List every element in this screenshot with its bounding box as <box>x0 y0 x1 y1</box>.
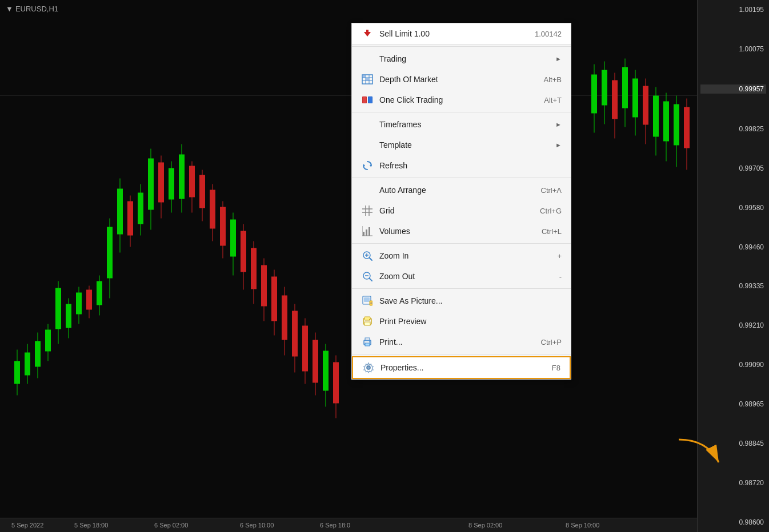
svg-rect-67 <box>591 75 597 114</box>
svg-rect-57 <box>292 311 298 357</box>
separator-4 <box>352 243 571 244</box>
price-0.98845: 0.98845 <box>700 440 766 448</box>
price-0.99335: 0.99335 <box>700 282 766 290</box>
svg-line-111 <box>370 258 373 261</box>
svg-rect-61 <box>313 340 318 383</box>
menu-item-zoom-in[interactable]: Zoom In + <box>352 245 571 266</box>
one-click-trading-shortcut: Alt+T <box>544 96 562 104</box>
refresh-label: Refresh <box>379 161 562 170</box>
svg-marker-99 <box>370 164 371 167</box>
depth-of-market-shortcut: Alt+B <box>544 75 562 84</box>
zoom-out-label: Zoom Out <box>379 272 548 281</box>
svg-rect-75 <box>632 79 638 118</box>
time-label-4: 6 Sep 10:00 <box>240 522 274 529</box>
price-0.99957: 0.99957 <box>700 84 766 94</box>
svg-line-115 <box>370 279 373 281</box>
menu-item-print-preview[interactable]: Print Preview <box>352 311 571 332</box>
svg-rect-31 <box>158 163 164 203</box>
separator-3 <box>352 178 571 178</box>
zoom-in-label: Zoom In <box>379 251 546 260</box>
svg-rect-7 <box>35 341 41 367</box>
price-0.99090: 0.99090 <box>700 361 766 369</box>
time-label-5: 6 Sep 18:0 <box>320 522 350 529</box>
svg-point-129 <box>369 341 370 342</box>
menu-item-zoom-out[interactable]: Zoom Out - <box>352 266 571 287</box>
svg-rect-93 <box>363 75 365 78</box>
svg-rect-118 <box>364 297 370 302</box>
grid-icon <box>361 204 374 217</box>
menu-item-volumes[interactable]: Volumes Ctrl+L <box>352 221 571 241</box>
time-axis: 5 Sep 2022 5 Sep 18:00 6 Sep 02:00 6 Sep… <box>0 518 697 532</box>
menu-item-properties[interactable]: Properties... F8 <box>352 356 571 379</box>
printer-icon <box>361 336 374 348</box>
price-0.99210: 0.99210 <box>700 321 766 329</box>
svg-rect-33 <box>169 168 174 200</box>
print-label: Print... <box>379 337 530 346</box>
menu-item-refresh[interactable]: Refresh <box>352 155 571 176</box>
print-preview-icon <box>361 315 374 328</box>
svg-rect-106 <box>366 229 367 236</box>
svg-rect-25 <box>127 201 133 236</box>
time-label-7: 8 Sep 10:00 <box>566 522 599 529</box>
auto-arrange-shortcut: Ctrl+A <box>541 186 562 195</box>
svg-rect-5 <box>25 353 30 376</box>
auto-arrange-icon <box>361 184 374 196</box>
svg-rect-65 <box>333 362 339 404</box>
chart-title-text: EURUSD,H1 <box>15 5 58 13</box>
gear-settings-icon <box>362 361 375 374</box>
svg-rect-43 <box>220 207 226 246</box>
svg-rect-41 <box>210 190 215 229</box>
menu-item-grid[interactable]: Grid Ctrl+G <box>352 200 571 221</box>
svg-rect-63 <box>323 351 329 391</box>
svg-rect-23 <box>117 189 123 235</box>
menu-item-save-as-picture[interactable]: Save As Picture... <box>352 291 571 311</box>
svg-rect-39 <box>199 175 205 208</box>
volumes-icon <box>361 225 374 237</box>
svg-rect-29 <box>148 159 154 210</box>
sell-arrow-icon <box>361 27 374 40</box>
time-label-3: 6 Sep 02:00 <box>154 522 188 529</box>
svg-rect-77 <box>643 86 648 125</box>
chart-svg <box>0 0 697 532</box>
menu-item-timeframes[interactable]: Timeframes ► <box>352 114 571 135</box>
price-1.00195: 1.00195 <box>700 6 766 14</box>
trading-icon <box>361 53 374 65</box>
svg-rect-17 <box>86 290 92 310</box>
svg-rect-37 <box>189 166 195 198</box>
menu-item-depth-of-market[interactable]: Depth Of Market Alt+B <box>352 69 571 90</box>
svg-rect-47 <box>241 231 246 272</box>
price-0.99705: 0.99705 <box>700 164 766 172</box>
timeframes-label: Timeframes <box>379 120 551 129</box>
svg-rect-73 <box>622 67 628 108</box>
properties-shortcut: F8 <box>552 364 560 372</box>
svg-rect-69 <box>602 70 607 106</box>
chart-title-arrow: ▼ <box>6 5 13 13</box>
menu-item-one-click-trading[interactable]: One Click Trading Alt+T <box>352 90 571 110</box>
menu-item-trading[interactable]: Trading ► <box>352 49 571 69</box>
svg-rect-53 <box>271 277 277 321</box>
separator-6 <box>352 354 571 354</box>
svg-rect-55 <box>282 296 287 340</box>
price-0.98720: 0.98720 <box>700 479 766 487</box>
zoom-in-shortcut: + <box>557 252 562 260</box>
svg-rect-124 <box>365 322 370 325</box>
zoom-out-icon <box>361 270 374 283</box>
svg-rect-98 <box>369 97 372 103</box>
svg-rect-85 <box>684 107 690 148</box>
menu-item-print[interactable]: Print... Ctrl+P <box>352 332 571 352</box>
menu-item-auto-arrange[interactable]: Auto Arrange Ctrl+A <box>352 180 571 200</box>
svg-marker-100 <box>363 164 365 167</box>
time-label-6: 8 Sep 02:00 <box>468 522 502 529</box>
template-submenu-arrow: ► <box>555 142 562 148</box>
price-axis: 1.00195 1.00075 0.99957 0.99825 0.99705 … <box>697 0 769 532</box>
price-0.99580: 0.99580 <box>700 204 766 212</box>
timeframes-icon <box>361 118 374 131</box>
svg-rect-27 <box>138 193 143 224</box>
time-label-1: 5 Sep 2022 <box>11 522 43 529</box>
menu-item-template[interactable]: Template ► <box>352 135 571 155</box>
svg-rect-71 <box>612 80 618 119</box>
menu-item-sell-limit[interactable]: Sell Limit 1.00 1.00142 <box>352 23 571 45</box>
price-0.99460: 0.99460 <box>700 243 766 251</box>
separator-2 <box>352 112 571 112</box>
svg-rect-81 <box>663 102 669 142</box>
